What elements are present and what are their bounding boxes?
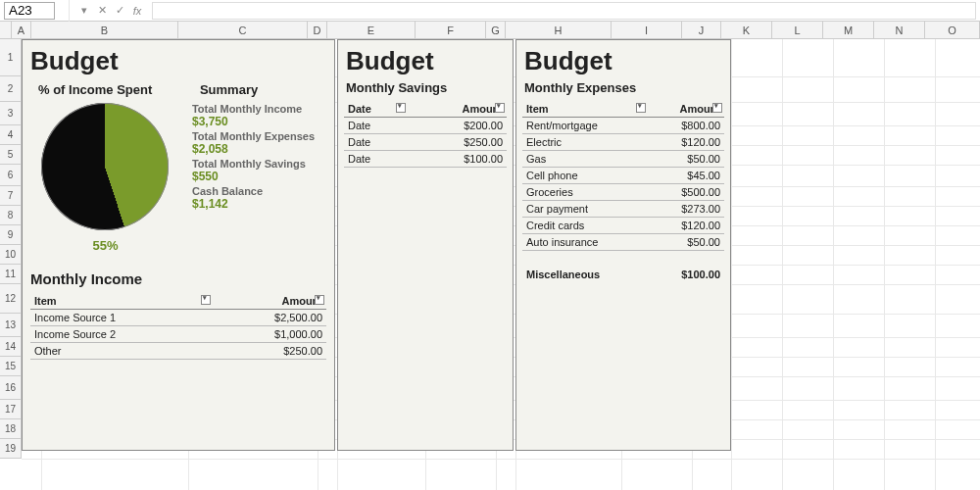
savings-heading: Monthly Savings: [346, 80, 505, 95]
row-header[interactable]: 4: [0, 125, 22, 145]
col-header[interactable]: F: [416, 22, 486, 39]
cell[interactable]: Date: [344, 151, 408, 168]
row-header[interactable]: 9: [0, 225, 22, 245]
cancel-icon[interactable]: ✕: [95, 4, 109, 17]
col-header[interactable]: I: [612, 22, 682, 39]
cell[interactable]: Electric: [522, 134, 648, 151]
row-header[interactable]: 8: [0, 206, 22, 225]
filter-icon[interactable]: [201, 295, 211, 305]
summary-value: $2,058: [192, 142, 328, 156]
filter-icon[interactable]: [712, 103, 722, 113]
cell[interactable]: $2,500.00: [213, 310, 326, 326]
cell[interactable]: Credit cards: [522, 218, 648, 234]
table-row[interactable]: Rent/mortgage$800.00: [522, 118, 724, 134]
cell[interactable]: Auto insurance: [522, 234, 648, 251]
row-header[interactable]: 14: [0, 337, 22, 357]
col-header[interactable]: C: [178, 22, 308, 39]
savings-table: Date Amount Date$200.00Date$250.00Date$1…: [344, 101, 507, 168]
filter-icon[interactable]: [636, 103, 646, 113]
filter-icon[interactable]: [495, 103, 505, 113]
cell[interactable]: $250.00: [408, 134, 507, 151]
cell[interactable]: $100.00: [408, 151, 507, 168]
table-row[interactable]: Cell phone$45.00: [522, 168, 724, 184]
table-row[interactable]: Date$250.00: [344, 134, 507, 151]
cell[interactable]: Date: [344, 118, 408, 134]
row-header[interactable]: 19: [0, 439, 22, 459]
table-row[interactable]: Income Source 2$1,000.00: [30, 326, 326, 343]
cell[interactable]: $120.00: [648, 134, 724, 151]
row-header[interactable]: 5: [0, 145, 22, 165]
row-header[interactable]: 18: [0, 419, 22, 439]
cell[interactable]: $273.00: [648, 201, 724, 218]
col-header[interactable]: M: [823, 22, 874, 39]
table-row[interactable]: Date$200.00: [344, 118, 507, 134]
table-row[interactable]: Credit cards$120.00: [522, 218, 724, 234]
row-header[interactable]: 17: [0, 400, 22, 419]
col-header[interactable]: H: [506, 22, 612, 39]
table-row[interactable]: Gas$50.00: [522, 151, 724, 168]
worksheet[interactable]: Budget % of Income Spent 55% Summary Tot…: [22, 39, 980, 490]
name-box[interactable]: [4, 2, 55, 20]
row-header[interactable]: 12: [0, 284, 22, 314]
table-row[interactable]: Date$100.00: [344, 151, 507, 168]
select-all-corner[interactable]: [0, 22, 12, 39]
table-row[interactable]: Car payment$273.00: [522, 201, 724, 218]
formula-bar: ▾ ✕ ✓ fx: [0, 0, 980, 22]
cell[interactable]: Other: [30, 343, 213, 360]
cell[interactable]: $800.00: [648, 118, 724, 134]
cell[interactable]: Date: [344, 134, 408, 151]
row-header[interactable]: 3: [0, 102, 22, 125]
table-row[interactable]: Income Source 1$2,500.00: [30, 310, 326, 326]
row-header[interactable]: 15: [0, 357, 22, 376]
cell[interactable]: $200.00: [408, 118, 507, 134]
cell[interactable]: $45.00: [648, 168, 724, 184]
summary-value: $3,750: [192, 115, 328, 128]
cell[interactable]: Groceries: [522, 184, 648, 201]
col-header[interactable]: G: [486, 22, 506, 39]
col-header[interactable]: B: [31, 22, 178, 39]
fx-icon[interactable]: fx: [130, 5, 144, 17]
table-row[interactable]: Electric$120.00: [522, 134, 724, 151]
cell[interactable]: Rent/mortgage: [522, 118, 648, 134]
col-header[interactable]: D: [308, 22, 327, 39]
cell[interactable]: Income Source 1: [30, 310, 213, 326]
cell[interactable]: Income Source 2: [30, 326, 213, 343]
formula-input[interactable]: [152, 2, 976, 20]
col-header-item: Item: [522, 101, 648, 118]
cell[interactable]: $1,000.00: [213, 326, 326, 343]
filter-icon[interactable]: [315, 295, 324, 305]
cell[interactable]: $50.00: [648, 234, 724, 251]
col-header[interactable]: N: [874, 22, 925, 39]
row-header[interactable]: 6: [0, 165, 22, 186]
cell[interactable]: $50.00: [648, 151, 724, 168]
col-header[interactable]: O: [925, 22, 980, 39]
income-heading: Monthly Income: [30, 270, 326, 287]
filter-icon[interactable]: [396, 103, 406, 113]
summary-label: Cash Balance: [192, 185, 328, 197]
col-header[interactable]: J: [682, 22, 721, 39]
budget-panel-expenses: Budget Monthly Expenses Item Amount Rent…: [515, 39, 731, 451]
cell[interactable]: $120.00: [648, 218, 724, 234]
row-header[interactable]: 10: [0, 245, 22, 265]
cell[interactable]: Cell phone: [522, 168, 648, 184]
confirm-icon[interactable]: ✓: [113, 4, 126, 17]
dropdown-icon[interactable]: ▾: [77, 4, 91, 17]
expenses-heading: Monthly Expenses: [524, 80, 722, 95]
row-header[interactable]: 16: [0, 376, 22, 400]
col-header[interactable]: L: [772, 22, 823, 39]
col-header[interactable]: E: [327, 22, 416, 39]
row-header[interactable]: 13: [0, 314, 22, 337]
row-header[interactable]: 2: [0, 76, 22, 102]
cell[interactable]: $250.00: [213, 343, 326, 360]
col-header[interactable]: A: [12, 22, 31, 39]
cell[interactable]: Car payment: [522, 201, 648, 218]
table-row[interactable]: Auto insurance$50.00: [522, 234, 724, 251]
table-row[interactable]: Groceries$500.00: [522, 184, 724, 201]
table-row[interactable]: Other$250.00: [30, 343, 326, 360]
row-header[interactable]: 7: [0, 186, 22, 206]
row-header[interactable]: 1: [0, 39, 22, 76]
col-header[interactable]: K: [721, 22, 772, 39]
cell[interactable]: $500.00: [648, 184, 724, 201]
cell[interactable]: Gas: [522, 151, 648, 168]
row-header[interactable]: 11: [0, 265, 22, 284]
